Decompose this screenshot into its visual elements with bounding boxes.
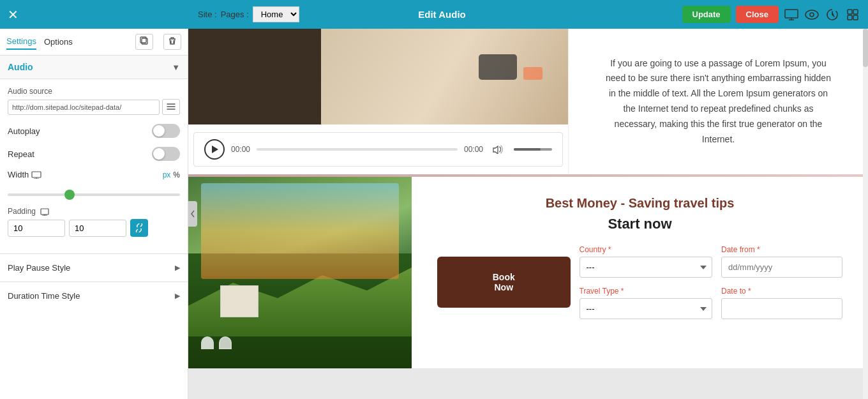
preview-icon[interactable] [804, 7, 819, 22]
lorem-text: If you are going to use a passage of Lor… [604, 56, 834, 147]
duration-time-header[interactable]: Duration Time Style ▶ [0, 282, 188, 310]
autoplay-knob [153, 125, 165, 137]
width-slider[interactable] [8, 193, 180, 196]
width-label: Width [8, 170, 163, 179]
canvas-content: 00:00 00:00 If you are going to use a pa… [188, 29, 868, 399]
play-button[interactable] [204, 139, 225, 160]
date-from-label: Date from * [721, 245, 842, 254]
padding-row [8, 219, 180, 237]
section-audio-arrow: ▼ [172, 63, 180, 72]
umbrella-row [201, 336, 232, 349]
update-button[interactable]: Update [682, 6, 731, 23]
pages-select[interactable]: Home [253, 6, 299, 22]
structure-icon[interactable] [845, 7, 860, 22]
travel-title: Best Money - Saving travel tips [437, 196, 842, 211]
repeat-row: Repeat [8, 147, 180, 161]
date-from-field: Date from * [721, 245, 842, 278]
time-end: 00:00 [464, 145, 483, 154]
repeat-toggle[interactable] [152, 147, 180, 161]
audio-source-field: Audio source [8, 87, 180, 115]
play-pause-arrow: ▶ [175, 264, 180, 272]
audio-source-input[interactable] [8, 100, 160, 115]
travel-type-field: Travel Type * --- [580, 287, 713, 319]
collapse-handle[interactable] [188, 201, 197, 227]
desktop-icon[interactable] [784, 7, 799, 22]
tab-options[interactable]: Options [44, 34, 73, 49]
autoplay-toggle[interactable] [152, 124, 180, 138]
audio-player: 00:00 00:00 [193, 132, 563, 167]
umbrella-2 [219, 336, 232, 349]
country-field: Country * --- [580, 245, 713, 278]
repeat-knob [153, 148, 165, 160]
site-pages-bar: Site : Pages : Home [198, 0, 299, 29]
progress-bar[interactable] [257, 148, 458, 151]
top-content-area: 00:00 00:00 If you are going to use a pa… [188, 29, 868, 174]
play-pause-header[interactable]: Play Pause Style ▶ [0, 254, 188, 282]
scrollbar-track [863, 29, 868, 399]
dark-boots-area [188, 29, 321, 124]
svg-rect-10 [41, 209, 49, 215]
delete-button[interactable] [163, 34, 181, 50]
sunset-sky [201, 183, 399, 279]
svg-rect-9 [32, 172, 41, 177]
house-shape [220, 285, 258, 317]
umbrella-1 [201, 336, 214, 349]
padding-left-input[interactable] [8, 220, 65, 237]
width-row: Width px % [8, 170, 180, 179]
volume-bar[interactable] [514, 148, 552, 151]
link-padding-button[interactable] [130, 219, 148, 237]
topbar-icons [784, 7, 860, 22]
country-label: Country * [580, 245, 713, 254]
copy-style-button[interactable] [135, 34, 153, 50]
left-content: 00:00 00:00 [188, 29, 568, 174]
play-pause-section[interactable]: Play Pause Style ▶ [0, 253, 188, 282]
top-image [188, 29, 568, 124]
unit-px-button[interactable]: px [163, 170, 171, 179]
book-now-button[interactable]: BookNow [437, 257, 571, 308]
duration-time-section[interactable]: Duration Time Style ▶ [0, 282, 188, 310]
width-units: px % [163, 170, 180, 179]
map-shape [523, 67, 542, 80]
panel-close-button[interactable]: ✕ [8, 7, 19, 22]
travel-form-area: Best Money - Saving travel tips Start no… [412, 177, 868, 368]
duration-time-label: Duration Time Style [8, 291, 80, 301]
svg-rect-5 [848, 15, 852, 20]
left-panel: Settings Options Audio ▼ Audio source [0, 29, 188, 399]
autoplay-row: Autoplay [8, 124, 180, 138]
bottom-section: Best Money - Saving travel tips Start no… [188, 177, 868, 368]
svg-rect-6 [853, 15, 858, 20]
travel-image [188, 177, 412, 368]
audio-section-header[interactable]: Audio ▼ [0, 56, 188, 79]
date-to-input[interactable] [721, 298, 842, 319]
topbar-right: Update Close [682, 0, 860, 29]
travel-type-select[interactable]: --- [580, 298, 713, 319]
camera-shape [479, 54, 517, 80]
svg-rect-4 [853, 10, 858, 14]
section-audio-title: Audio [8, 62, 33, 72]
history-icon[interactable] [825, 7, 840, 22]
topbar: ✕ Edit Audio Site : Pages : Home Update … [0, 0, 868, 29]
svg-point-1 [805, 10, 818, 19]
travel-subtitle: Start now [437, 216, 842, 232]
panel-content: Audio source Autoplay Repeat [0, 79, 188, 253]
svg-rect-3 [848, 10, 852, 14]
scrollbar-thumb[interactable] [863, 29, 868, 67]
volume-button[interactable] [490, 140, 507, 158]
form-grid: Country * --- Date from * BookNow Travel… [437, 245, 842, 319]
tab-settings[interactable]: Settings [6, 34, 36, 50]
date-from-input[interactable] [721, 257, 842, 278]
svg-point-2 [810, 13, 814, 17]
right-text-panel: If you are going to use a passage of Lor… [568, 29, 868, 174]
play-pause-label: Play Pause Style [8, 263, 70, 273]
audio-source-row [8, 99, 180, 115]
unit-percent-button[interactable]: % [173, 170, 180, 179]
close-button[interactable]: Close [736, 6, 779, 23]
audio-source-menu-button[interactable] [162, 99, 180, 115]
country-select[interactable]: --- [580, 257, 713, 278]
date-to-label: Date to * [721, 287, 842, 296]
date-to-field: Date to * [721, 287, 842, 319]
site-label: Site : [198, 10, 217, 19]
padding-right-input[interactable] [69, 220, 126, 237]
main-layout: Settings Options Audio ▼ Audio source [0, 29, 868, 399]
time-start: 00:00 [231, 145, 250, 154]
